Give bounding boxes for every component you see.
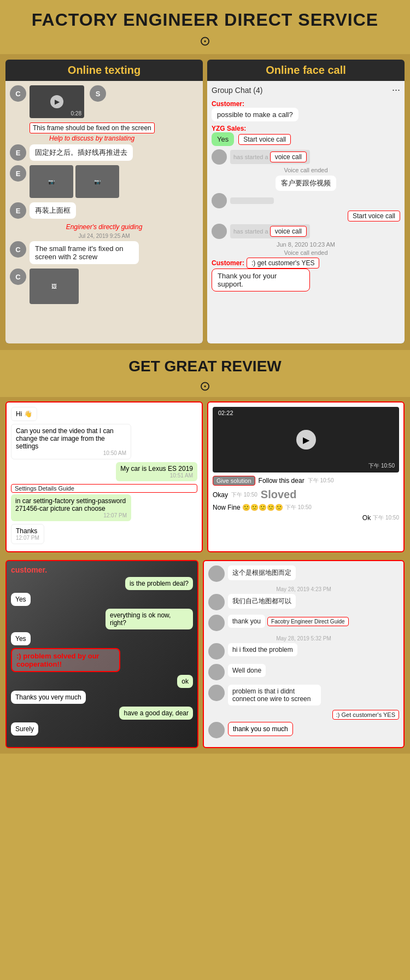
okay-time: 下午 10:50 (231, 491, 257, 499)
image-row: 📷 📷 (30, 165, 119, 198)
tc-bubble-chinese1: 这个是根据地图而定 (228, 565, 296, 580)
chat-item-bottom-img: C 🖼 (10, 269, 198, 304)
wa-time-4: 12:07 PM (16, 535, 39, 541)
yzg-yes-bubble: Yes (212, 132, 234, 146)
engineer-label: Engineer's directly guiding (10, 223, 198, 231)
fc-call-bubble: possible to make a call? (212, 108, 298, 121)
fc-started-row-1: has started a voice call (212, 149, 400, 165)
chat-item-chinese2: E 再装上面框 (10, 202, 198, 219)
tc-msg-chinese2: 我们自己地图都可以 (208, 594, 399, 610)
video-timer: 02:22 (218, 410, 233, 416)
customer-yes-row: Customer: :) get customer's YES (212, 258, 400, 269)
tc-msg-thank-you-so-much: thank you so much (208, 722, 399, 738)
everything-ok-bubble: everything is ok now, right? (106, 609, 193, 629)
wa-bubble-lexus: My car is Lexus ES 2019 10:51 AM (116, 462, 197, 481)
video-chat-panel: customer. is the problem deal? Yes every… (5, 560, 198, 748)
tc-msg-problem-wire: problem is that i didnt connect one wire… (208, 685, 399, 705)
timestamp-1: Jul 24, 2019 9:25 AM (10, 233, 198, 239)
ok-time: 下午 10:50 (373, 514, 399, 522)
chevron-icon: ⊙ (5, 33, 405, 49)
settings-area: Settings Details Guide in car setting-fa… (11, 484, 197, 521)
okay-msg: Okay (213, 491, 228, 499)
yzg-label: YZG Sales: (212, 125, 400, 132)
wa-bubble-hi: Hi 👋 (11, 407, 37, 421)
get-yes-annotation: :) get customer's YES (247, 258, 319, 269)
problem-deal-bubble: is the problem deal? (125, 577, 193, 590)
video-time: 0:28 (71, 110, 81, 116)
page-header: FACTORY ENGINEER DIRECT SERVICE ⊙ (0, 0, 410, 54)
img-thumb-bottom: 🖼 (30, 269, 79, 304)
good-day-bubble: have a good day, dear (119, 707, 193, 720)
tc-msg-chinese1: 这个是根据地图而定 (208, 565, 399, 582)
frame-annotation-box: This frame should be fixed on the screen (30, 122, 155, 133)
avatar-s: S (90, 85, 106, 102)
thanks-very-bubble: Thanks you very much (11, 691, 86, 704)
video-thumbnail: ▶ 0:28 (30, 85, 84, 118)
avatar-c2: C (10, 241, 26, 258)
yes-bubble-1: Yes (11, 593, 31, 606)
problem-solved-bubble: :) problem solved by our cooperation!! (11, 648, 120, 672)
annotation-wrapper: This frame should be fixed on the screen… (30, 122, 198, 142)
voice-call-btn-1[interactable]: Start voice call (238, 134, 291, 145)
customer-label-2: Customer: (212, 259, 244, 267)
ok-bubble: ok (177, 675, 193, 688)
tc-msg-well-done: Well done (208, 664, 399, 680)
fc-voice-btn-2: Start voice call (212, 211, 400, 221)
top-section: Online texting C ▶ 0:28 S This frame sho… (0, 54, 410, 350)
img-thumb-2: 📷 (75, 165, 119, 198)
avatar-grey-1 (212, 193, 227, 208)
chat-item-chinese1: E 固定好之后。插好线再推进去 (10, 144, 198, 161)
wa-time-2: 10:51 AM (120, 472, 193, 479)
chat-item-frame: C The small frame it's fixed on screen w… (10, 241, 198, 264)
chevron-icon-2: ⊙ (5, 378, 405, 394)
wa-msg-hi: Hi 👋 (11, 407, 197, 421)
tc-avatar-3 (208, 615, 225, 631)
vp-play-icon[interactable]: ▶ (296, 430, 316, 450)
tc-avatar-2 (208, 594, 225, 610)
review-bottom-row: customer. is the problem deal? Yes every… (0, 558, 410, 754)
wa-msg-lexus: My car is Lexus ES 2019 10:51 AM (11, 462, 197, 481)
voice-ended-1: Voice call ended (212, 167, 400, 173)
vp-bottom-time: 下午 10:50 (368, 462, 395, 470)
voice-call-link-2[interactable]: voice call (270, 226, 307, 237)
wa-time-3: 12:07 PM (15, 512, 127, 518)
fc-customer-msg: Customer: possible to make a call? (212, 100, 400, 121)
get-yes-btn[interactable]: :) Get customer's YES (332, 710, 399, 720)
factory-engineer-btn[interactable]: Facotry Engineer Direct Guide (267, 617, 349, 626)
tc-avatar-4 (208, 643, 225, 660)
facecall-chat-area: Group Chat (4) ··· Customer: possible to… (207, 81, 405, 343)
great-review-title: GET GREAT REVIEW (5, 358, 405, 375)
tc-avatar-1 (208, 565, 225, 582)
grey-text-1 (230, 197, 274, 204)
follow-msg: Follow this dear (259, 477, 304, 485)
fc-grey-row-1 (212, 193, 400, 208)
fc-chinese-msg: 客户要跟你视频 (212, 176, 400, 191)
thank-you-bubble-fc: Thank you for your support. (212, 269, 310, 291)
give-solution-btn[interactable]: Give solution (213, 476, 255, 486)
avatar-started-1 (212, 149, 227, 165)
tc-avatar-5 (208, 664, 225, 680)
tc-avatar-6 (208, 685, 225, 701)
tc-bubble-hi-fixed: hi i fixed the problem (228, 643, 297, 656)
review-panel-top-left: Hi 👋 Can you send the video that I can c… (5, 401, 203, 552)
img-thumb-1: 📷 (30, 165, 73, 198)
group-chat-title: Group Chat (4) (212, 86, 262, 95)
wa-msg-thanks: Thanks 12:07 PM (11, 524, 197, 544)
review-panel-top-right: 02:22 ▶ 下午 10:50 Give solution Follow th… (207, 401, 405, 552)
okay-sloved-row: Okay 下午 10:50 Sloved (213, 488, 399, 501)
video-player: 02:22 ▶ 下午 10:50 (213, 407, 399, 472)
ok-msg: Ok (362, 514, 371, 522)
play-icon[interactable]: ▶ (50, 95, 63, 108)
avatar-c3: C (10, 269, 26, 285)
yes-bubble-2: Yes (11, 632, 31, 645)
fc-started-row-2: has started a voice call (212, 224, 400, 239)
voice-call-link-1[interactable]: voice call (270, 151, 307, 162)
online-facecall-panel: Online face call Group Chat (4) ··· Cust… (207, 60, 405, 343)
now-fine-time: 下午 10:50 (285, 504, 312, 511)
avatar-e1: E (10, 144, 26, 161)
voice-call-btn-2[interactable]: Start voice call (348, 211, 400, 221)
more-options-icon[interactable]: ··· (392, 84, 400, 96)
wa-bubble-thanks: Thanks 12:07 PM (11, 524, 44, 544)
settings-details-btn[interactable]: Settings Details Guide (11, 484, 197, 493)
tc-bubble-chinese2: 我们自己地图都可以 (228, 594, 296, 609)
